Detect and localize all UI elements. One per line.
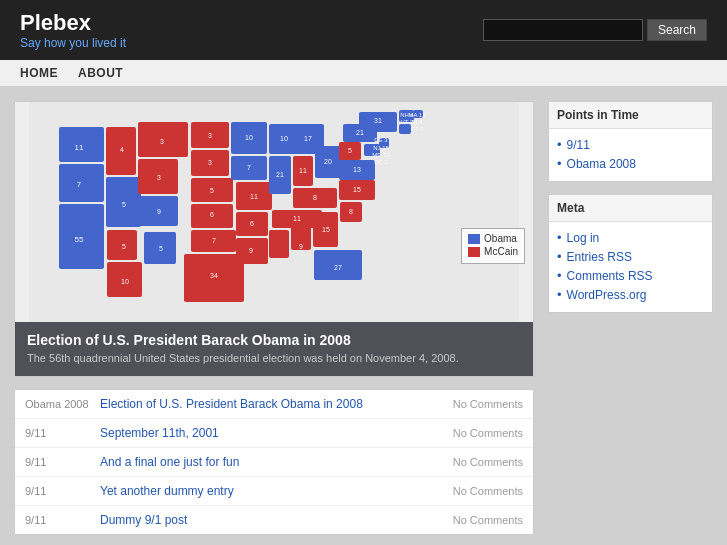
site-branding: Plebex Say how you lived it [20,10,126,50]
svg-text:3: 3 [157,174,161,181]
map-caption: Election of U.S. President Barack Obama … [15,322,533,376]
sidebar-item-comments-rss[interactable]: Comments RSS [567,269,653,283]
site-tagline: Say how you lived it [20,36,126,50]
sidebar-points-in-time: Points in Time 9/11 Obama 2008 [548,101,713,182]
search-form: Search [483,19,707,41]
svg-text:11: 11 [75,143,84,152]
sidebar-item-wordpress[interactable]: WordPress.org [567,288,647,302]
svg-text:11: 11 [293,215,301,222]
caption-title: Election of U.S. President Barack Obama … [27,332,521,348]
list-item: Entries RSS [557,247,704,266]
post-comments: No Comments [453,398,523,410]
svg-text:5: 5 [122,201,126,208]
sidebar: Points in Time 9/11 Obama 2008 Meta Log … [548,101,713,535]
svg-text:55: 55 [75,235,84,244]
search-input[interactable] [483,19,643,41]
sidebar-item-entries-rss[interactable]: Entries RSS [567,250,632,264]
svg-text:9: 9 [299,243,303,250]
svg-text:4: 4 [120,146,124,153]
table-row: 9/11 September 11th, 2001 No Comments [15,419,533,448]
svg-text:13: 13 [353,166,361,173]
svg-rect-2 [59,164,104,202]
election-map: 11 7 55 5 4 3 3 9 5 10 5 3 3 5 6 7 34 [15,102,533,322]
post-category: 9/11 [25,427,90,439]
svg-text:7: 7 [212,237,216,244]
footer-wrap: COPYRIGHT © Plebex 2009.All Rights Reser… [0,535,727,545]
sidebar-item-911[interactable]: 9/11 [567,138,590,152]
post-comments: No Comments [453,456,523,468]
svg-text:21: 21 [276,171,284,178]
post-category: 9/11 [25,514,90,526]
list-item: Obama 2008 [557,154,704,173]
sidebar-item-obama2008[interactable]: Obama 2008 [567,157,636,171]
table-row: 9/11 Dummy 9/1 post No Comments [15,506,533,534]
post-title[interactable]: September 11th, 2001 [100,426,443,440]
post-comments: No Comments [453,427,523,439]
list-item: Comments RSS [557,266,704,285]
table-row: 9/11 Yet another dummy entry No Comments [15,477,533,506]
svg-text:5: 5 [159,245,163,252]
svg-text:11: 11 [299,167,307,174]
svg-text:9: 9 [157,208,161,215]
post-category: Obama 2008 [25,398,90,410]
post-title[interactable]: And a final one just for fun [100,455,443,469]
svg-text:27: 27 [334,264,342,271]
svg-rect-41 [399,124,411,134]
post-title[interactable]: Election of U.S. President Barack Obama … [100,397,443,411]
svg-text:MD 10: MD 10 [372,152,390,158]
search-button[interactable]: Search [647,19,707,41]
sidebar-meta-list: Log in Entries RSS Comments RSS WordPres… [549,222,712,312]
sidebar-meta-title: Meta [549,195,712,222]
svg-text:3: 3 [208,132,212,139]
svg-text:31: 31 [374,117,382,124]
svg-text:20: 20 [324,158,332,165]
post-list: Obama 2008 Election of U.S. President Ba… [14,389,534,535]
svg-text:9: 9 [249,247,253,254]
svg-text:7: 7 [247,164,251,171]
svg-text:15: 15 [322,226,330,233]
header: Plebex Say how you lived it Search [0,0,727,60]
post-category: 9/11 [25,485,90,497]
nav-home[interactable]: HOME [20,66,58,80]
svg-text:MA 12: MA 12 [408,112,426,118]
nav-about[interactable]: ABOUT [78,66,123,80]
legend-mccain-label: McCain [484,246,518,257]
post-comments: No Comments [453,514,523,526]
svg-text:3: 3 [160,138,164,145]
main-nav: HOME ABOUT [0,60,727,87]
sidebar-item-login[interactable]: Log in [567,231,600,245]
svg-text:5: 5 [210,187,214,194]
svg-rect-30 [269,230,289,258]
caption-text: The 56th quadrennial United States presi… [27,352,521,364]
svg-text:3: 3 [208,159,212,166]
svg-text:34: 34 [210,272,218,279]
svg-text:15: 15 [353,186,361,193]
svg-text:11: 11 [250,193,258,200]
svg-text:8: 8 [349,208,353,215]
svg-text:10: 10 [245,134,253,141]
post-title[interactable]: Yet another dummy entry [100,484,443,498]
svg-text:5: 5 [122,243,126,250]
map-container: 11 7 55 5 4 3 3 9 5 10 5 3 3 5 6 7 34 [15,102,533,322]
content-wrap: 11 7 55 5 4 3 3 9 5 10 5 3 3 5 6 7 34 [0,87,727,535]
legend-mccain-color [468,247,480,257]
svg-text:17: 17 [304,135,312,142]
post-title[interactable]: Dummy 9/1 post [100,513,443,527]
list-item: 9/11 [557,135,704,154]
featured-card: 11 7 55 5 4 3 3 9 5 10 5 3 3 5 6 7 34 [14,101,534,377]
svg-text:7: 7 [77,180,82,189]
svg-text:6: 6 [250,220,254,227]
main-content: 11 7 55 5 4 3 3 9 5 10 5 3 3 5 6 7 34 [14,101,534,535]
post-category: 9/11 [25,456,90,468]
list-item: Log in [557,228,704,247]
svg-text:RI 4: RI 4 [411,119,423,125]
svg-text:8: 8 [313,194,317,201]
svg-text:21: 21 [356,129,364,136]
svg-text:10: 10 [280,135,288,142]
list-item: WordPress.org [557,285,704,304]
svg-text:CT 7: CT 7 [411,126,425,132]
svg-text:DC 3: DC 3 [374,159,388,165]
post-comments: No Comments [453,485,523,497]
svg-text:5: 5 [348,147,352,154]
site-title: Plebex [20,10,126,36]
